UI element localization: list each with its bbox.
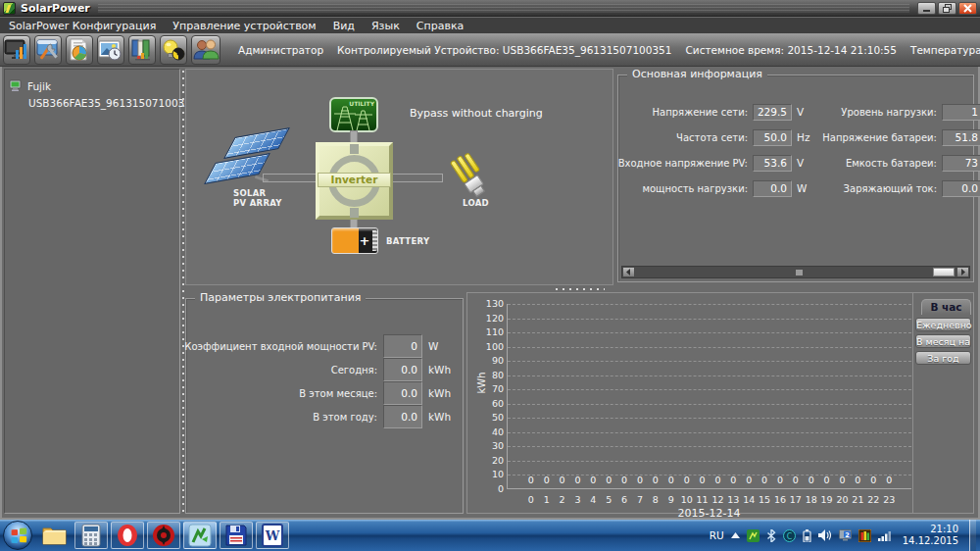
show-desktop-button[interactable] (969, 520, 976, 551)
connector-inverter-load (392, 174, 443, 182)
chart-gridline (508, 332, 911, 333)
save-tool-icon[interactable] (220, 522, 253, 549)
tree-item-device[interactable]: USB366FAE35_96131507100351 (9, 94, 175, 111)
status-device-value: USB366FAE35_96131507100351 (503, 44, 672, 56)
chart-gridline (508, 461, 911, 462)
chart-y-tick: 70 (474, 383, 504, 394)
title-bar[interactable]: SolarPower (0, 0, 980, 17)
field-value: 0 (383, 334, 422, 358)
period-button-1[interactable]: В месяц на (915, 334, 971, 348)
volume-icon[interactable] (818, 529, 832, 541)
menu-bar: SolarPower КонфигурацияУправление устрой… (0, 18, 980, 33)
scrollbar-track[interactable] (635, 267, 956, 277)
chart-y-tick: 60 (474, 398, 504, 409)
window-title: SolarPower (21, 2, 90, 15)
computer-icon (9, 79, 23, 92)
status-time-value: 2015-12-14 21:10:55 (787, 44, 897, 56)
solar-label: SOLARPV ARRAY (233, 188, 282, 208)
alarm-bulb-icon[interactable] (160, 35, 187, 65)
status-temp: Температура: 35.0 °C (910, 44, 980, 56)
tray-expand-icon[interactable] (731, 532, 740, 538)
chart-gridline (508, 347, 911, 348)
event-log-icon[interactable] (97, 35, 124, 65)
inverter-icon: Inverter (316, 142, 393, 220)
chart-period-controls: В час ЕжедневноВ месяц наЗа год (912, 293, 973, 513)
field-value: 0.0 (383, 358, 422, 381)
scroll-right-button[interactable] (956, 267, 969, 277)
solarpower-tray-icon[interactable] (747, 529, 760, 542)
period-button-0[interactable]: Ежедневно (915, 318, 971, 331)
report-pie-icon[interactable] (66, 35, 93, 65)
word-icon[interactable]: W (256, 522, 289, 549)
scroll-left-button[interactable] (622, 267, 635, 277)
data-books-icon[interactable] (128, 35, 156, 65)
bluetooth-icon[interactable] (766, 529, 776, 542)
field-unit: kWh (428, 405, 462, 428)
menu-item-0[interactable]: SolarPower Конфигурация (9, 20, 156, 32)
tray-clock[interactable]: 21:10 14.12.2015 (903, 524, 958, 547)
chart-value-label: 0 (880, 475, 898, 485)
field-value: 229.5 (753, 104, 792, 121)
chart-gridline (508, 361, 911, 362)
field-label: Напряжение батареи: (827, 125, 937, 150)
info-panel-scrollbar[interactable] (621, 266, 970, 278)
chart-gridline (508, 404, 911, 405)
calculator-icon[interactable] (74, 522, 108, 549)
close-button[interactable] (958, 2, 977, 15)
users-icon[interactable] (191, 35, 220, 65)
energy-chart-panel: kWh 010203040506070809010011012013000102… (466, 292, 974, 514)
field-value: 51.8 (942, 129, 980, 146)
toolbar: Администратор Контролируемый Устройство:… (0, 33, 980, 67)
field-label: Уровень нагрузки: (827, 99, 937, 125)
scrollbar-thumb[interactable] (933, 268, 955, 276)
chart-y-tick: 100 (474, 341, 504, 352)
chart-gridline (508, 418, 911, 419)
period-button-2[interactable]: За год (915, 351, 971, 365)
chart-gridline (508, 376, 911, 376)
tree-item-root[interactable]: Fujik (9, 77, 175, 94)
minimize-button[interactable] (917, 2, 936, 15)
chart-y-tick: 20 (474, 455, 504, 466)
field-label: Сегодня: (188, 358, 377, 381)
field-unit: W (797, 175, 822, 201)
clock-app-icon[interactable]: C (783, 529, 796, 542)
field-label: В этом месяце: (188, 381, 377, 405)
field-value: 0.0 (942, 180, 980, 197)
solarpower-icon[interactable] (183, 522, 217, 549)
language-indicator[interactable]: RU (710, 529, 724, 541)
network-signal-icon[interactable] (878, 530, 892, 541)
menu-item-1[interactable]: Управление устройством (172, 20, 316, 32)
svg-text:W: W (265, 528, 280, 543)
menu-item-3[interactable]: Язык (371, 20, 400, 32)
updater-icon[interactable] (147, 522, 180, 549)
battery-icon[interactable] (803, 529, 811, 542)
chart-y-tick: 110 (474, 326, 504, 337)
menu-item-4[interactable]: Справка (416, 20, 464, 32)
app-logo-icon (3, 2, 16, 15)
device-tree: Fujik USB366FAE35_96131507100351 (4, 69, 180, 514)
tab-hourly[interactable]: В час (921, 299, 971, 315)
status-bar: Администратор Контролируемый Устройство:… (238, 44, 980, 56)
start-orb[interactable] (3, 521, 32, 550)
field-value: 0.0 (383, 405, 422, 428)
utility-label: UTILITY (349, 100, 374, 107)
explorer-icon[interactable] (38, 522, 72, 549)
field-label: Емкость батареи: (827, 150, 937, 175)
field-unit: V (797, 150, 822, 175)
basic-info-title: Основная информация (627, 68, 767, 80)
display-2-icon[interactable]: 2 (839, 529, 852, 541)
field-unit: Hz (797, 125, 822, 150)
chart-y-tick: 10 (474, 469, 504, 479)
utility-icon: UTILITY (329, 97, 378, 132)
chart-y-tick: 80 (474, 370, 504, 380)
device-settings-icon[interactable] (34, 35, 62, 65)
app-window: SolarPower SolarPower КонфигурацияУправл… (0, 0, 980, 551)
field-value: 1 (942, 104, 980, 121)
system-tray: RU C 2 21:10 14.12.2015 (710, 520, 980, 551)
field-value: 73 (942, 155, 980, 172)
restore-button[interactable] (938, 2, 956, 15)
monitor-chart-icon[interactable] (3, 35, 30, 65)
opera-icon[interactable] (111, 522, 144, 549)
meter-icon[interactable] (858, 529, 871, 542)
menu-item-2[interactable]: Вид (333, 20, 355, 32)
